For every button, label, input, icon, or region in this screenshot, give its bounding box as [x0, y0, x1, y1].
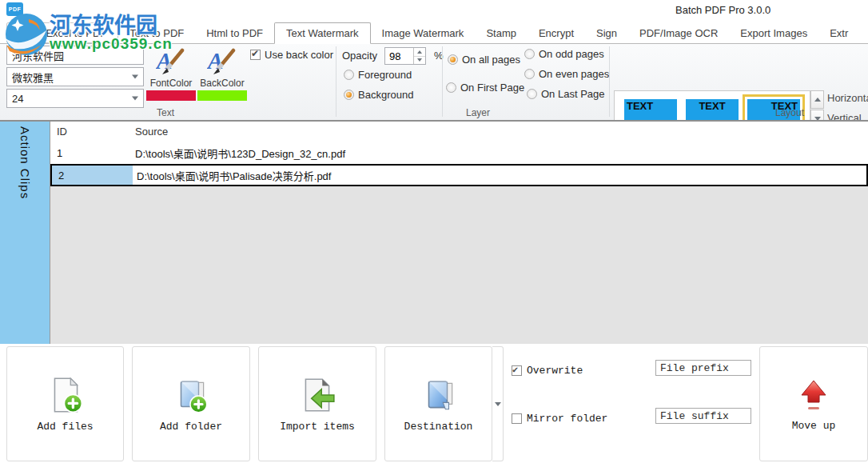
on-odd-pages-radio[interactable]: On odd pages	[524, 48, 604, 60]
cell-source: D:\tools\桌面\说明书\123D_Design_32_cn.pdf	[131, 142, 868, 164]
cell-source: D:\tools\桌面\说明书\Palisade决策分析.pdf	[133, 166, 866, 185]
tab-label: Image Watermark	[382, 27, 464, 39]
tab-label: Stamp	[486, 27, 516, 39]
radio-circle	[344, 70, 354, 80]
svg-text:A: A	[207, 48, 223, 74]
column-header-source[interactable]: Source	[131, 126, 868, 138]
tab-label: Extr	[830, 27, 848, 39]
import-items-icon	[297, 375, 337, 415]
spin-down-button[interactable]	[414, 57, 425, 65]
font-family-dropdown[interactable]: 微软雅黑	[6, 67, 144, 86]
tab-extract[interactable]: Extr	[818, 22, 859, 43]
tab-label: Export Images	[740, 27, 807, 39]
back-color-swatch	[197, 90, 247, 101]
column-header-id[interactable]: ID	[50, 126, 131, 138]
spin-up-button[interactable]	[414, 48, 425, 57]
file-prefix-input[interactable]	[655, 360, 751, 376]
on-even-pages-label: On even pages	[539, 68, 609, 80]
on-last-page-label: On Last Page	[541, 88, 605, 100]
radio-circle	[448, 54, 458, 65]
cell-id: 2	[52, 166, 133, 185]
use-back-color-checkbox[interactable]: Use back color	[250, 49, 333, 61]
action-clips-panel-tab[interactable]: Action Clips	[0, 122, 50, 344]
add-folder-icon	[171, 375, 211, 415]
chevron-down-icon	[132, 75, 138, 79]
radio-circle	[524, 69, 535, 79]
tab-label: Text to PDF	[129, 27, 184, 39]
font-color-label: FontColor	[146, 78, 196, 89]
on-first-page-radio[interactable]: On First Page	[446, 82, 524, 94]
move-up-label: Move up	[792, 420, 836, 432]
tab-label: Text Watermark	[286, 27, 359, 39]
import-items-button[interactable]: Import items	[258, 346, 376, 461]
mirror-folder-label: Mirror folder	[527, 413, 607, 425]
tab-image-watermark[interactable]: Image Watermark	[371, 22, 476, 43]
horizontal-label: Horizontal	[827, 92, 868, 104]
chevron-down-icon	[132, 97, 138, 101]
mirror-folder-checkbox[interactable]: Mirror folder	[512, 413, 607, 425]
arrow-up-icon	[417, 50, 422, 54]
file-suffix-input[interactable]	[655, 408, 751, 424]
foreground-label: Foreground	[358, 69, 412, 81]
tab-text-to-pdf[interactable]: Text to PDF	[118, 22, 195, 43]
svg-text:A: A	[156, 48, 172, 74]
tab-word-excel-to-pdf[interactable]: Word/Excel to PDF	[6, 22, 118, 43]
group-label-text: Text	[157, 107, 174, 118]
move-up-arrow-icon	[794, 376, 833, 414]
group-separator	[609, 46, 610, 117]
tab-encrypt[interactable]: Encrypt	[528, 22, 585, 43]
tab-label: Encrypt	[539, 27, 574, 39]
spinner-buttons[interactable]	[413, 48, 425, 64]
table-row[interactable]: 2 D:\tools\桌面\说明书\Palisade决策分析.pdf	[50, 164, 868, 186]
window-title: Batch PDF Pro 3.0.0	[675, 4, 770, 16]
font-size-value: 24	[12, 93, 23, 105]
tab-label: Html to PDF	[206, 27, 263, 39]
use-back-color-label: Use back color	[265, 49, 333, 61]
tab-stamp[interactable]: Stamp	[475, 22, 528, 43]
back-color-button[interactable]: A BackColor	[197, 46, 247, 101]
font-size-dropdown[interactable]: 24	[6, 89, 144, 108]
ribbon-tab-bar: Word/Excel to PDF Text to PDF Html to PD…	[0, 22, 868, 44]
add-folder-button[interactable]: Add folder	[132, 346, 250, 461]
cell-id: 1	[50, 142, 131, 164]
on-last-page-radio[interactable]: On Last Page	[527, 88, 605, 100]
overwrite-checkbox[interactable]: Overwrite	[512, 365, 583, 377]
checkbox-box	[512, 413, 522, 424]
file-list-table: ID Source 1 D:\tools\桌面\说明书\123D_Design_…	[50, 122, 868, 344]
table-header[interactable]: ID Source	[50, 122, 868, 142]
destination-folder-icon	[419, 375, 459, 415]
footer-action-bar: Add files Add folder Import items	[0, 344, 868, 463]
add-file-icon	[46, 375, 86, 415]
on-even-pages-radio[interactable]: On even pages	[524, 68, 609, 80]
tab-sign[interactable]: Sign	[585, 22, 628, 43]
tab-pdf-image-ocr[interactable]: PDF/Image OCR	[628, 22, 729, 43]
group-label-layer: Layer	[466, 107, 490, 118]
tab-text-watermark[interactable]: Text Watermark	[274, 22, 371, 44]
on-all-pages-radio[interactable]: On all pages	[448, 54, 520, 66]
app-pdf-icon: PDF	[6, 2, 23, 16]
arrow-up-icon	[814, 98, 821, 102]
opacity-label: Opacity	[342, 50, 377, 62]
destination-button[interactable]: Destination	[384, 346, 492, 461]
background-radio[interactable]: Background	[344, 89, 413, 101]
tab-export-images[interactable]: Export Images	[729, 22, 818, 43]
add-files-button[interactable]: Add files	[6, 346, 124, 461]
action-clips-label: Action Clips	[18, 126, 32, 199]
on-first-page-label: On First Page	[460, 82, 524, 94]
add-files-label: Add files	[37, 421, 93, 433]
table-row[interactable]: 1 D:\tools\桌面\说明书\123D_Design_32_cn.pdf	[50, 142, 868, 164]
move-up-button[interactable]: Move up	[759, 346, 868, 461]
font-family-value: 微软雅黑	[12, 70, 54, 85]
opacity-spinner[interactable]	[384, 47, 426, 65]
group-separator	[442, 46, 443, 117]
tab-label: Word/Excel to PDF	[18, 27, 106, 39]
destination-dropdown-button[interactable]	[492, 346, 504, 461]
back-color-label: BackColor	[197, 78, 247, 89]
scroll-up-button[interactable]	[810, 90, 824, 109]
watermark-text-input[interactable]	[6, 46, 144, 65]
tab-label: Sign	[596, 27, 617, 39]
foreground-radio[interactable]: Foreground	[344, 69, 412, 81]
font-color-button[interactable]: A FontColor	[146, 46, 196, 101]
tab-html-to-pdf[interactable]: Html to PDF	[195, 22, 274, 43]
radio-circle	[527, 89, 537, 99]
